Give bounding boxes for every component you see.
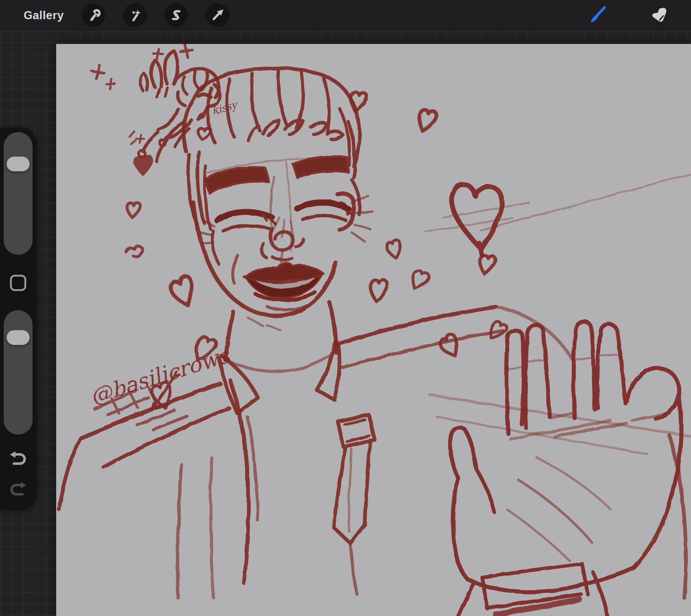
- redo-arrow-icon: [9, 481, 27, 497]
- selection-button[interactable]: [164, 3, 188, 27]
- artwork-sketch: kissy: [56, 44, 691, 616]
- construction-lines: [208, 158, 690, 454]
- transform-arrow-icon: [210, 7, 225, 23]
- brush-size-slider[interactable]: [4, 132, 33, 255]
- redo-button[interactable]: [9, 481, 27, 497]
- side-control-panel: [0, 127, 37, 510]
- cherub-doodle: [130, 51, 219, 161]
- tiny-heart-doodle: [198, 128, 210, 139]
- adjustments-button[interactable]: [123, 3, 147, 27]
- kissy-text: kissy: [211, 99, 241, 117]
- actions-button[interactable]: [82, 3, 105, 27]
- smudge-hand-icon: [647, 5, 668, 26]
- paintbrush-icon: [586, 5, 607, 26]
- wrench-icon: [86, 7, 101, 23]
- mouth-sketch: [233, 256, 324, 310]
- undo-arrow-icon: [9, 451, 27, 467]
- opacity-slider[interactable]: [4, 310, 33, 435]
- brush-size-slider-handle[interactable]: [7, 157, 30, 171]
- waving-hand-sketch: [450, 322, 681, 616]
- drawing-canvas[interactable]: kissy: [56, 44, 691, 616]
- undo-button[interactable]: [9, 451, 27, 466]
- man-portrait-sketch: [59, 68, 686, 616]
- collar-and-tie-sketch: [219, 342, 375, 594]
- paint-tool-button[interactable]: [585, 4, 608, 27]
- gallery-button[interactable]: Gallery: [24, 0, 64, 31]
- modify-square-button[interactable]: [10, 275, 26, 291]
- big-heart-doodle: [452, 184, 503, 255]
- opacity-slider-handle[interactable]: [7, 330, 30, 345]
- transform-button[interactable]: [206, 3, 229, 27]
- magic-wand-icon: [127, 7, 143, 23]
- top-toolbar: Gallery: [0, 0, 691, 31]
- selection-s-icon: [169, 7, 184, 23]
- smudge-tool-button[interactable]: [646, 4, 670, 27]
- left-shoulder-sketch: [59, 381, 258, 598]
